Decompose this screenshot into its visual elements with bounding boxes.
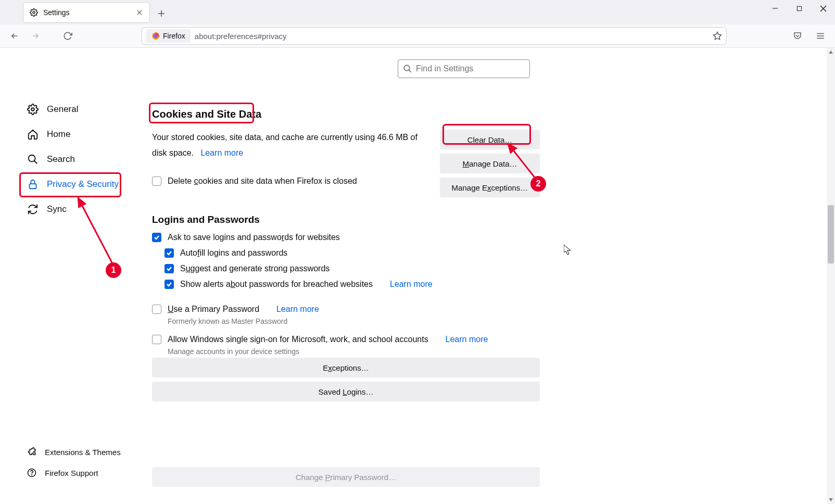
sidebar-item-support[interactable]: Firefox Support	[21, 462, 130, 483]
sidebar-label: Search	[47, 154, 75, 165]
url-bar[interactable]: Firefox about:preferences#privacy	[142, 27, 727, 45]
sidebar: General Home Search Privacy & Security S…	[0, 48, 141, 504]
autofill-label: Autofill logins and passwords	[180, 248, 287, 258]
saved-logins-button[interactable]: Saved Logins…	[152, 382, 540, 401]
gear-icon	[27, 104, 39, 115]
forward-button[interactable]	[26, 27, 45, 45]
sidebar-item-sync[interactable]: Sync	[21, 197, 130, 222]
puzzle-icon	[27, 447, 36, 457]
section-cookies: Cookies and Site Data Your stored cookie…	[152, 108, 527, 186]
close-tab-icon[interactable]	[136, 9, 143, 16]
maximize-button[interactable]	[787, 0, 811, 17]
sync-icon	[27, 204, 39, 215]
sidebar-label: Privacy & Security	[47, 179, 119, 190]
change-primary-password-button: Change Primary Password…	[152, 467, 540, 487]
search-icon	[27, 154, 39, 165]
firefox-logo-icon	[151, 32, 160, 40]
primary-password-hint: Formerly known as Master Password	[168, 317, 527, 325]
lock-icon	[27, 179, 39, 190]
bookmark-star-icon[interactable]	[713, 31, 722, 41]
clear-data-button[interactable]: Clear Data…	[440, 130, 540, 149]
sidebar-label: Extensions & Themes	[45, 448, 121, 457]
sidebar-item-search[interactable]: Search	[21, 147, 130, 172]
section-logins: Logins and Passwords Ask to save logins …	[152, 214, 527, 487]
svg-rect-7	[30, 184, 36, 188]
sso-hint: Manage accounts in your device settings	[168, 347, 527, 356]
tab-settings[interactable]: Settings	[23, 2, 150, 23]
main-area: General Home Search Privacy & Security S…	[0, 48, 835, 504]
search-wrap	[398, 59, 530, 78]
alerts-checkbox[interactable]	[165, 280, 174, 289]
sidebar-item-general[interactable]: General	[21, 97, 130, 122]
minimize-button[interactable]	[763, 0, 787, 17]
new-tab-button[interactable]	[153, 5, 170, 22]
app-menu-icon[interactable]	[811, 27, 830, 45]
sso-learn-more-link[interactable]: Learn more	[446, 335, 488, 344]
sidebar-label: Home	[47, 129, 70, 140]
vertical-scrollbar[interactable]	[827, 48, 835, 504]
svg-point-5	[31, 108, 34, 111]
home-icon	[27, 129, 39, 140]
ask-save-checkbox[interactable]	[152, 233, 161, 242]
back-button[interactable]	[5, 27, 24, 45]
help-icon	[27, 468, 36, 477]
sso-label: Allow Windows single sign-on for Microso…	[168, 335, 428, 344]
svg-marker-4	[714, 32, 722, 40]
svg-point-9	[32, 475, 32, 475]
ask-save-label: Ask to save logins and passwords for web…	[168, 233, 340, 242]
reload-button[interactable]	[58, 27, 77, 45]
toolbar: Firefox about:preferences#privacy	[0, 24, 835, 48]
primary-password-label: Use a Primary Password	[168, 305, 259, 314]
svg-point-10	[404, 65, 410, 71]
delete-on-close-checkbox[interactable]	[152, 177, 161, 186]
cookies-desc: Your stored cookies, site data, and cach…	[152, 130, 423, 161]
gear-icon	[30, 8, 38, 17]
sidebar-label: Sync	[47, 204, 67, 215]
sidebar-item-extensions[interactable]: Extensions & Themes	[21, 442, 130, 462]
primary-learn-more-link[interactable]: Learn more	[276, 305, 319, 314]
svg-point-6	[29, 155, 35, 162]
search-input[interactable]	[398, 59, 530, 78]
svg-point-0	[33, 11, 35, 14]
sidebar-item-privacy[interactable]: Privacy & Security	[21, 172, 130, 197]
scroll-down-arrow[interactable]	[827, 496, 835, 504]
logins-heading: Logins and Passwords	[152, 214, 527, 225]
cookies-heading: Cookies and Site Data	[152, 108, 527, 120]
sso-checkbox[interactable]	[152, 335, 161, 344]
scroll-thumb[interactable]	[828, 205, 834, 263]
svg-rect-1	[797, 6, 801, 10]
content-area: Cookies and Site Data Your stored cookie…	[141, 48, 835, 504]
alerts-label: Show alerts about passwords for breached…	[180, 280, 373, 289]
pocket-icon[interactable]	[788, 27, 807, 45]
suggest-label: Suggest and generate strong passwords	[180, 264, 330, 273]
url-text: about:preferences#privacy	[195, 32, 713, 41]
exceptions-button[interactable]: Exceptions…	[152, 358, 540, 377]
identity-chip[interactable]: Firefox	[146, 29, 191, 43]
sidebar-item-home[interactable]: Home	[21, 122, 130, 147]
sidebar-label: Firefox Support	[45, 469, 98, 477]
delete-on-close-label: Delete cookies and site data when Firefo…	[168, 177, 357, 186]
manage-data-button[interactable]: Manage Data…	[440, 154, 540, 173]
identity-label: Firefox	[163, 32, 185, 40]
close-window-button[interactable]	[811, 0, 835, 17]
suggest-checkbox[interactable]	[165, 264, 174, 273]
alerts-learn-more-link[interactable]: Learn more	[390, 280, 433, 289]
manage-exceptions-button[interactable]: Manage Exceptions…	[440, 178, 540, 197]
sidebar-label: General	[47, 104, 78, 115]
cookies-learn-more-link[interactable]: Learn more	[200, 148, 243, 157]
primary-password-checkbox[interactable]	[152, 305, 161, 314]
window-controls	[763, 0, 835, 17]
autofill-checkbox[interactable]	[165, 248, 174, 258]
tab-title: Settings	[43, 8, 131, 17]
titlebar: Settings	[0, 0, 835, 24]
scroll-up-arrow[interactable]	[827, 48, 835, 56]
search-icon	[403, 64, 412, 73]
